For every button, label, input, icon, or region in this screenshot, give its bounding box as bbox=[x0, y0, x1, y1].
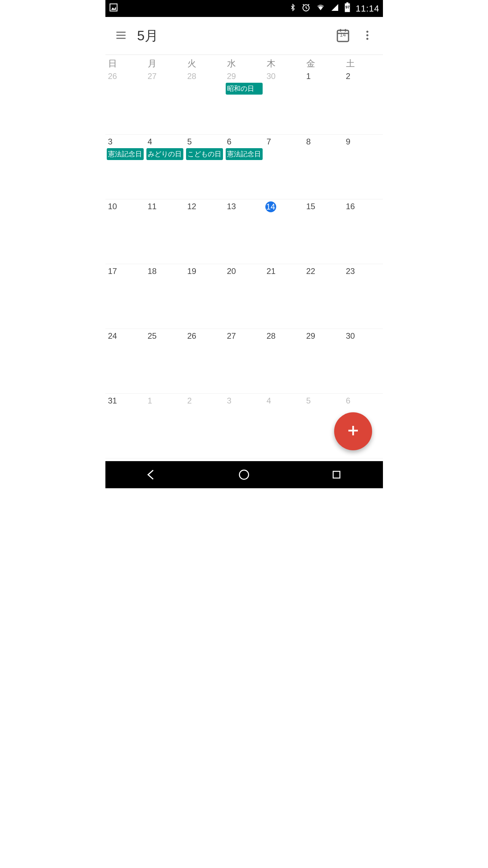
svg-point-8 bbox=[366, 34, 368, 36]
svg-rect-5 bbox=[346, 2, 348, 3]
clock-text: 11:14 bbox=[355, 3, 379, 14]
day-cell[interactable]: 2 bbox=[185, 394, 224, 458]
day-cell[interactable]: 2 bbox=[343, 70, 383, 134]
day-cell[interactable]: 1 bbox=[304, 70, 343, 134]
day-cell[interactable]: 11 bbox=[145, 199, 185, 264]
date-number: 27 bbox=[226, 331, 236, 341]
day-cell[interactable]: 8 bbox=[304, 135, 343, 199]
date-number: 1 bbox=[146, 396, 157, 406]
date-number: 16 bbox=[345, 201, 355, 212]
day-cell[interactable]: 9 bbox=[343, 135, 383, 199]
date-number: 21 bbox=[265, 266, 276, 276]
day-cell[interactable]: 6憲法記念日 bbox=[224, 135, 264, 199]
menu-button[interactable] bbox=[109, 24, 133, 48]
hamburger-icon bbox=[115, 29, 127, 43]
alarm-icon bbox=[301, 3, 311, 15]
day-cell[interactable]: 27 bbox=[145, 70, 185, 134]
day-cell[interactable]: 19 bbox=[185, 264, 224, 329]
week-row: 17181920212223 bbox=[105, 264, 383, 329]
day-header: 火 bbox=[185, 55, 224, 70]
date-number: 26 bbox=[186, 331, 197, 341]
date-number: 6 bbox=[226, 137, 236, 147]
date-number: 29 bbox=[305, 331, 316, 341]
day-cell[interactable]: 3憲法記念日 bbox=[105, 135, 145, 199]
date-number: 28 bbox=[265, 331, 276, 341]
day-cell[interactable]: 1 bbox=[145, 394, 185, 458]
date-number: 11 bbox=[146, 201, 157, 212]
day-cell[interactable]: 29昭和の日 bbox=[224, 70, 264, 134]
day-cell[interactable]: 28 bbox=[264, 329, 304, 393]
day-cell[interactable]: 27 bbox=[224, 329, 264, 393]
recents-button[interactable] bbox=[326, 465, 347, 485]
day-cell[interactable]: 25 bbox=[145, 329, 185, 393]
bluetooth-icon bbox=[289, 3, 297, 15]
date-number: 5 bbox=[186, 137, 196, 147]
day-cell[interactable]: 22 bbox=[304, 264, 343, 329]
day-cell[interactable]: 21 bbox=[264, 264, 304, 329]
day-cell[interactable]: 20 bbox=[224, 264, 264, 329]
date-number: 23 bbox=[345, 266, 355, 276]
week-row: 24252627282930 bbox=[105, 329, 383, 394]
date-number: 20 bbox=[226, 266, 236, 276]
calendar-grid: 日月火水木金土 26272829昭和の日30123憲法記念日4みどりの日5こども… bbox=[105, 55, 383, 458]
day-cell[interactable]: 28 bbox=[185, 70, 224, 134]
event-chip[interactable]: 憲法記念日 bbox=[226, 148, 263, 160]
day-header: 金 bbox=[304, 55, 343, 70]
plus-icon bbox=[345, 422, 361, 440]
date-number: 6 bbox=[345, 396, 355, 406]
day-cell[interactable]: 4 bbox=[264, 394, 304, 458]
event-chip[interactable]: 昭和の日 bbox=[226, 83, 263, 95]
date-number: 2 bbox=[345, 71, 355, 81]
date-number: 15 bbox=[305, 201, 316, 212]
day-cell[interactable]: 24 bbox=[105, 329, 145, 393]
event-chip[interactable]: こどもの日 bbox=[186, 148, 223, 160]
overflow-button[interactable] bbox=[355, 24, 380, 48]
page-title[interactable]: 5月 bbox=[137, 26, 158, 45]
day-cell[interactable]: 17 bbox=[105, 264, 145, 329]
svg-point-10 bbox=[240, 470, 249, 479]
day-cell[interactable]: 26 bbox=[105, 70, 145, 134]
event-chip[interactable]: 憲法記念日 bbox=[107, 148, 144, 160]
date-number: 27 bbox=[146, 71, 157, 81]
date-number: 26 bbox=[107, 71, 117, 81]
day-header-row: 日月火水木金土 bbox=[105, 55, 383, 70]
back-button[interactable] bbox=[141, 465, 162, 485]
wifi-icon bbox=[316, 3, 326, 14]
svg-marker-1 bbox=[111, 6, 116, 9]
day-cell[interactable]: 3 bbox=[224, 394, 264, 458]
day-cell[interactable]: 5こどもの日 bbox=[185, 135, 224, 199]
day-cell[interactable]: 13 bbox=[224, 199, 264, 264]
day-cell[interactable]: 23 bbox=[343, 264, 383, 329]
date-number: 1 bbox=[305, 71, 315, 81]
day-cell[interactable]: 10 bbox=[105, 199, 145, 264]
day-header: 木 bbox=[264, 55, 304, 70]
date-number: 30 bbox=[345, 331, 355, 341]
day-cell[interactable]: 18 bbox=[145, 264, 185, 329]
day-cell[interactable]: 26 bbox=[185, 329, 224, 393]
day-cell[interactable]: 31 bbox=[105, 394, 145, 458]
android-navbar bbox=[105, 461, 383, 488]
home-button[interactable] bbox=[234, 465, 254, 485]
today-button[interactable]: 14 bbox=[331, 24, 355, 48]
day-cell[interactable]: 30 bbox=[343, 329, 383, 393]
day-cell[interactable]: 16 bbox=[343, 199, 383, 264]
day-cell[interactable]: 30 bbox=[264, 70, 304, 134]
day-cell[interactable]: 4みどりの日 bbox=[145, 135, 185, 199]
day-cell[interactable]: 14 bbox=[264, 199, 304, 264]
day-cell[interactable]: 12 bbox=[185, 199, 224, 264]
add-event-button[interactable] bbox=[334, 412, 372, 450]
day-cell[interactable]: 7 bbox=[264, 135, 304, 199]
date-number: 8 bbox=[305, 137, 315, 147]
battery-pct: 97 bbox=[344, 5, 351, 9]
date-number: 4 bbox=[265, 396, 276, 406]
date-number: 28 bbox=[186, 71, 197, 81]
day-cell[interactable]: 15 bbox=[304, 199, 343, 264]
day-header: 土 bbox=[343, 55, 383, 70]
today-badge: 14 bbox=[331, 32, 355, 38]
event-chip[interactable]: みどりの日 bbox=[146, 148, 183, 160]
date-number: 3 bbox=[107, 137, 117, 147]
date-number: 2 bbox=[186, 396, 196, 406]
day-cell[interactable]: 29 bbox=[304, 329, 343, 393]
date-number: 7 bbox=[265, 137, 276, 147]
date-number: 10 bbox=[107, 201, 117, 212]
